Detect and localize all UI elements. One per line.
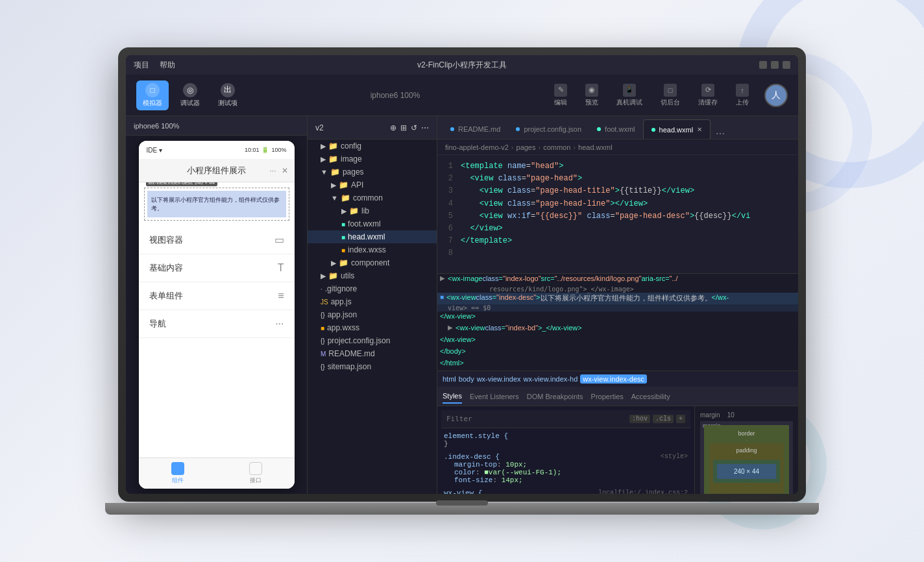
accessibility-tab[interactable]: Accessibility — [631, 390, 670, 403]
dom-bc-html[interactable]: html — [443, 375, 456, 383]
css-closing-brace: } — [444, 440, 688, 448]
tab-close-button[interactable]: ✕ — [697, 126, 702, 133]
add-style-button[interactable]: + — [676, 415, 685, 423]
breadcrumb-sep: › — [511, 143, 514, 151]
dom-tag: </body> — [440, 347, 466, 355]
tree-item-sitemap[interactable]: {} sitemap.json — [308, 360, 437, 373]
clear-cache-button[interactable]: ⟳ 清缓存 — [690, 81, 725, 110]
css-rule-wx-view: wx-view { localfile:/.index.css:2 displa… — [441, 488, 690, 494]
tree-item-api[interactable]: ▶ 📁 API — [308, 178, 437, 191]
tree-item-label: app.wxss — [327, 323, 359, 332]
tab-more-button[interactable]: ⋯ — [716, 128, 725, 139]
tree-item-appjs[interactable]: JS app.js — [308, 295, 437, 308]
user-avatar[interactable]: 人 — [764, 84, 788, 107]
menu-item-form-icon: ≡ — [278, 290, 284, 302]
line-number: 6 — [437, 223, 461, 235]
dom-bc-wx-view-desc[interactable]: wx-view.index-desc — [580, 374, 647, 384]
wxml-icon: ■ — [341, 221, 345, 228]
hov-button[interactable]: :hov — [629, 415, 650, 423]
app-main: iphone6 100% IDE ▾ 10:01 🔋 — [126, 116, 798, 494]
file-icon-3[interactable]: ↺ — [411, 123, 417, 132]
file-icon-1[interactable]: ⊕ — [390, 123, 396, 132]
tree-item-label: project.config.json — [328, 336, 391, 345]
tree-item-label: image — [341, 154, 362, 164]
tree-item-utils[interactable]: ▶ 📁 utils — [308, 269, 437, 282]
tab-foot-wxml[interactable]: foot.wxml — [589, 119, 642, 139]
tab-head-wxml[interactable]: head.wxml ✕ — [643, 119, 711, 139]
event-listeners-tab[interactable]: Event Listeners — [470, 390, 519, 403]
dom-bc-wx-view-index[interactable]: wx-view.index — [477, 375, 521, 383]
test-button[interactable]: 出 测试项 — [212, 80, 244, 110]
dom-bc-wx-view-hd[interactable]: wx-view.index-hd — [524, 375, 578, 383]
padding-bottom-value: - — [713, 483, 780, 489]
background-button[interactable]: □ 切后台 — [653, 81, 688, 110]
breadcrumb-item-pages[interactable]: pages — [517, 143, 536, 151]
interface-tab-icon — [249, 462, 262, 475]
device-debug-button[interactable]: 📱 真机调试 — [609, 81, 650, 110]
preview-button[interactable]: ◉ 预览 — [578, 81, 606, 110]
styles-filter-input[interactable] — [446, 415, 629, 423]
expand-icon: ▶ — [321, 155, 326, 164]
dom-breakpoints-tab[interactable]: DOM Breakpoints — [527, 390, 583, 403]
tree-item-appwxss[interactable]: ■ app.wxss — [308, 321, 437, 334]
breadcrumb-item-file[interactable]: head.wxml — [578, 143, 613, 151]
tree-item-readme[interactable]: M README.md — [308, 347, 437, 360]
tree-item-pages[interactable]: ▼ 📁 pages — [308, 165, 437, 178]
tree-item-label: component — [351, 258, 389, 267]
menu-item-project[interactable]: 项目 — [134, 60, 149, 71]
styles-tab[interactable]: Styles — [443, 389, 462, 404]
phone-tab-component[interactable]: 组件 — [139, 462, 217, 485]
tree-item-lib[interactable]: ▶ 📁 lib — [308, 204, 437, 217]
tree-item-foot-wxml[interactable]: ■ foot.wxml — [308, 217, 437, 230]
tree-item-component[interactable]: ▶ 📁 component — [308, 256, 437, 269]
dom-arrow: ▶ — [448, 324, 453, 331]
menu-item-help[interactable]: 帮助 — [160, 60, 175, 71]
close-button[interactable] — [783, 61, 790, 69]
file-icon-2[interactable]: ⊞ — [400, 123, 407, 132]
background-icon: □ — [664, 84, 677, 97]
tree-item-project-config[interactable]: {} project.config.json — [308, 334, 437, 347]
tree-item-gitignore[interactable]: · .gitignore — [308, 282, 437, 295]
debugger-button[interactable]: ◎ 调试器 — [174, 80, 206, 110]
code-line-2: 2 <view class="page-head"> — [437, 173, 798, 185]
properties-tab[interactable]: Properties — [591, 390, 624, 403]
tree-item-label: sitemap.json — [328, 362, 371, 371]
edit-button[interactable]: ✎ 编辑 — [546, 81, 575, 110]
dom-bc-body[interactable]: body — [459, 375, 474, 383]
phone-tab-interface[interactable]: 接口 — [217, 462, 295, 485]
breadcrumb-item-root[interactable]: fino-applet-demo-v2 — [445, 143, 509, 151]
device-debug-label: 真机调试 — [616, 98, 642, 107]
menu-item-view-container[interactable]: 视图容器 ▭ — [139, 226, 295, 254]
tree-item-head-wxml[interactable]: ■ head.wxml — [308, 230, 437, 243]
tab-readme[interactable]: README.md — [443, 119, 508, 139]
file-icon-4[interactable]: ⋯ — [421, 123, 429, 132]
tree-item-index-wxss[interactable]: ■ index.wxss — [308, 243, 437, 256]
tree-item-image[interactable]: ▶ 📁 image — [308, 153, 437, 165]
dom-line-2[interactable]: ■ <wx-view class="index-desc">以下将展示小程序官方… — [437, 293, 798, 304]
clear-cache-label: 清缓存 — [698, 98, 718, 107]
tab-project-config[interactable]: project.config.json — [508, 119, 589, 139]
menu-item-basic[interactable]: 基础内容 T — [139, 254, 295, 282]
line-number: 2 — [437, 173, 461, 185]
phone-close-icon[interactable]: ✕ — [282, 166, 288, 175]
tree-item-common[interactable]: ▼ 📁 common — [308, 191, 437, 204]
tree-item-label: head.wxml — [348, 232, 385, 241]
breadcrumb-item-common[interactable]: common — [543, 143, 570, 151]
line-content: <template name="head"> — [461, 160, 563, 173]
maximize-button[interactable] — [771, 61, 779, 69]
phone-more-icon[interactable]: ··· — [269, 166, 276, 175]
code-editor[interactable]: 1 <template name="head"> 2 <view class="… — [437, 155, 798, 273]
minimize-button[interactable] — [759, 61, 767, 69]
menu-item-nav[interactable]: 导航 ··· — [139, 310, 295, 338]
folder-icon: 📁 — [328, 141, 338, 151]
line-number: 5 — [437, 210, 461, 223]
menu-item-form[interactable]: 表单组件 ≡ — [139, 282, 295, 310]
tree-item-label: README.md — [328, 349, 374, 358]
upload-button[interactable]: ↑ 上传 — [728, 81, 757, 110]
tree-item-config[interactable]: ▶ 📁 config — [308, 140, 437, 153]
tree-item-appjson[interactable]: {} app.json — [308, 308, 437, 321]
simulator-button[interactable]: □ 模拟器 — [136, 80, 169, 110]
cls-button[interactable]: .cls — [653, 415, 674, 423]
tab-type-indicator — [450, 127, 454, 131]
tab-label: foot.wxml — [605, 125, 635, 133]
